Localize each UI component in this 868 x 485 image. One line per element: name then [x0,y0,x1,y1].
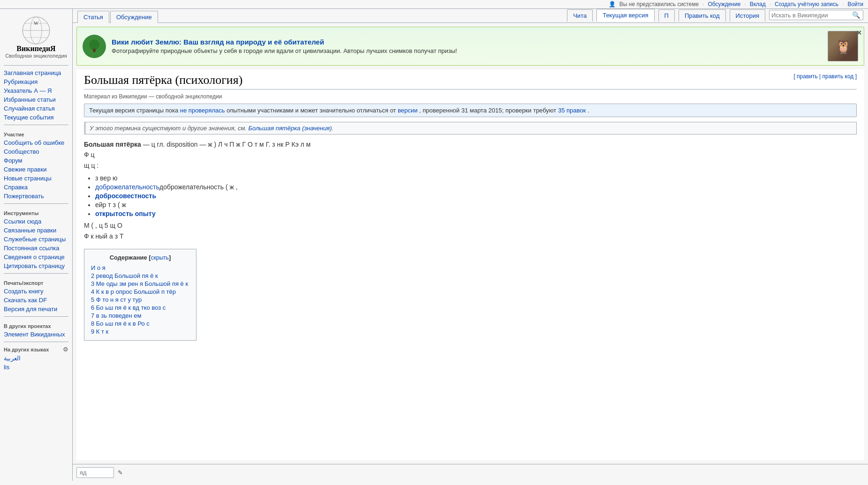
toc-title: Содержание [скрыть] [91,254,189,261]
sidebar-item-related-changes[interactable]: Связанные правки [0,226,72,235]
warning-link-1[interactable]: не проверялась [180,107,225,114]
warning-link-3[interactable]: 35 правок [558,107,586,114]
sidebar-divider-5 [4,316,68,317]
sidebar-lang-arabic[interactable]: العربية [0,354,72,363]
sidebar-item-download-pdf[interactable]: Скачать как DF [0,296,72,305]
tab-edit-code[interactable]: Править код [679,9,726,22]
list-item-5: открытость опыту [95,210,857,217]
sidebar-divider-1 [4,65,68,66]
sidebar-item-random[interactable]: Случайная статья [0,104,72,113]
toc-item-2[interactable]: 2 ревод Большой пя ё к [91,272,189,280]
tree-svg [86,38,102,54]
login-link[interactable]: Войти [847,1,863,7]
site-subtitle: Свободная энциклопедия [4,53,68,59]
tabs-left: Статья Обсуждение [77,11,158,22]
toc-item-3[interactable]: 3 Ме оды зм рен я Большой пя ё к [91,280,189,288]
create-account-link[interactable]: Создать учётную запись [775,1,838,7]
warning-box: Текущая версия страницы пока не проверял… [84,104,857,117]
sidebar-item-report[interactable]: Сообщить об ошибке [0,138,72,147]
sidebar-divider-2 [4,125,68,125]
site-title: ВикипедиЯ [4,45,68,53]
main-layout: W ВикипедиЯ Свободная энциклопедия Загла… [0,9,868,481]
search-button[interactable]: 🔍 [851,11,861,19]
not-logged-in-text: Вы не представились системе [619,1,699,7]
sidebar-divider-4 [4,273,68,274]
tab-read[interactable]: Чита [567,9,593,22]
page-title: Большая пятёрка (психология) [84,73,857,90]
disambig-box: У этого термина существуют и другие знач… [84,122,857,134]
sidebar-item-special-pages[interactable]: Служебные страницы [0,235,72,244]
bottom-bar: ✎ [73,464,868,481]
list-item-3: добросовестность [95,192,857,200]
sidebar-item-featured[interactable]: Избранные статьи [0,95,72,104]
sidebar-divider-6 [4,342,68,342]
toc-hide-link[interactable]: скрыть [151,254,169,261]
content-area: Статья Обсуждение Чита Текущая версия П … [73,9,868,481]
warning-text-2: опытными участниками и может значительно… [226,107,396,114]
toc-item-5[interactable]: 5 Ф то н я ст у тур [91,296,189,304]
warning-link-2[interactable]: версии [398,107,417,114]
sidebar-item-index[interactable]: Указатель А — Я [0,86,72,95]
svg-rect-7 [93,49,95,52]
toc-item-7[interactable]: 7 в зь поведен ем [91,312,189,320]
toc-item-6[interactable]: 6 Бо ьш пя ё к вд тко воз с [91,304,189,312]
sidebar-lang-lis[interactable]: lis [0,363,72,372]
other-projects-title: В других проектах [0,320,72,330]
language-input[interactable] [76,467,114,478]
sidebar-item-events[interactable]: Текущие события [0,113,72,122]
lang-settings-icon[interactable]: ⚙ [63,346,68,353]
discussion-link[interactable]: Обсуждение [708,1,740,7]
intro-paragraph: Большая пятёрка — ц гл. disposition — ж … [84,139,857,171]
search-box: 🔍 [769,10,863,20]
toc-item-8[interactable]: 8 Бо ьш пя ё к в Ро с [91,320,189,328]
disambig-text: У этого термина существуют и другие знач… [90,125,247,132]
openness-link[interactable]: открытость опыту [95,210,156,217]
sidebar-item-page-info[interactable]: Сведения о странице [0,253,72,261]
contribution-link[interactable]: Вклад [750,1,766,7]
list-item-2: доброжелательностьдоброжелательность ( ж… [95,183,857,191]
toc-item-4[interactable]: 4 К к в р опрос Большой п тёр [91,288,189,296]
sidebar-item-cite[interactable]: Цитировать страницу [0,261,72,270]
banner: Вики любит Землю: Ваш взгляд на природу … [76,27,864,66]
banner-owl-image: 🦉 [828,31,858,61]
svg-point-6 [89,39,99,50]
page-source: Материал из Википедии — свободной энцикл… [84,93,857,100]
sidebar-item-print[interactable]: Версия для печати [0,305,72,313]
sidebar-item-recent[interactable]: Свежие правки [0,165,72,174]
wikipedia-logo: W [22,16,50,45]
sidebar-item-donate[interactable]: Пожертвовать [0,192,72,201]
tab-history[interactable]: История [730,9,765,22]
sidebar: W ВикипедиЯ Свободная энциклопедия Загла… [0,9,73,481]
edit-link[interactable]: [ править | править код ] [793,73,857,80]
page-content: [ править | править код ] Большая пятёрк… [76,69,864,460]
disambig-link[interactable]: Большая пятёрка (значения) [249,125,332,132]
traits-list: з вер ю доброжелательностьдоброжелательн… [95,174,857,217]
conscientiousness-link[interactable]: добросовестность [95,192,156,200]
top-bar: 👤 Вы не представились системе · Обсужден… [0,0,868,9]
tab-current-version[interactable]: Текущая версия [596,9,654,22]
search-input[interactable] [771,12,851,19]
bottom-edit-icon[interactable]: ✎ [118,469,123,476]
banner-tree-icon [83,35,106,58]
banner-close-button[interactable]: ✕ [856,29,862,37]
warning-text-1: Текущая версия страницы пока [89,107,178,114]
sidebar-item-permalink[interactable]: Постоянная ссылка [0,244,72,253]
tab-discussion[interactable]: Обсуждение [110,11,158,23]
tab-p[interactable]: П [658,9,675,22]
sidebar-item-community[interactable]: Сообщество [0,147,72,156]
banner-text-area: Вики любит Землю: Ваш взгляд на природу … [112,38,822,54]
sidebar-item-new-pages[interactable]: Новые страницы [0,174,72,183]
sidebar-item-create-book[interactable]: Создать книгу [0,287,72,296]
sidebar-item-wikidata[interactable]: Элемент Викиданных [0,330,72,339]
sidebar-item-rubrics[interactable]: Рубрикация [0,77,72,86]
intro-bold: Большая пятёрка [84,141,141,148]
sidebar-item-main-page[interactable]: Заглавная страница [0,68,72,77]
nav-tabs: Статья Обсуждение Чита Текущая версия П … [73,9,868,23]
agreeableness-link[interactable]: доброжелательность [95,183,159,191]
sidebar-item-forum[interactable]: Форум [0,156,72,165]
sidebar-item-links-here[interactable]: Ссылки сюда [0,217,72,226]
tab-article[interactable]: Статья [77,11,109,23]
sidebar-item-help[interactable]: Справка [0,183,72,192]
toc-item-0[interactable]: И о я [91,264,189,272]
toc-item-9[interactable]: 9 К т к [91,328,189,336]
